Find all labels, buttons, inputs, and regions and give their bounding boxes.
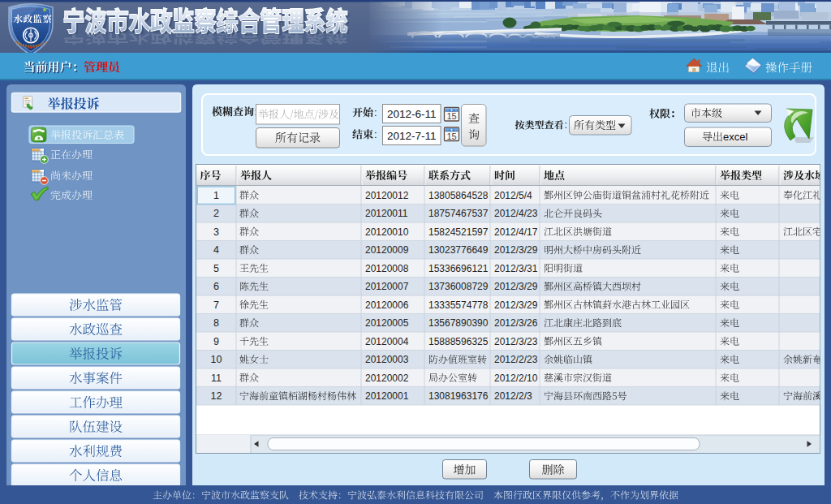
- svg-text:2012/2/3: 2012/2/3: [494, 390, 532, 402]
- svg-text:2012/3/26: 2012/3/26: [494, 317, 538, 329]
- svg-text:12: 12: [211, 390, 222, 402]
- svg-text:6: 6: [213, 281, 219, 292]
- svg-text:2012-7-11: 2012-7-11: [387, 130, 437, 142]
- svg-text:20120007: 20120007: [365, 281, 409, 292]
- svg-text:15336696121: 15336696121: [428, 263, 489, 274]
- svg-text:1: 1: [213, 190, 219, 201]
- svg-text:13081963176: 13081963176: [428, 390, 489, 402]
- svg-text:20120012: 20120012: [365, 190, 409, 201]
- svg-text:20120008: 20120008: [365, 263, 409, 274]
- svg-text:2012-6-11: 2012-6-11: [387, 108, 437, 120]
- svg-text:2012/4/17: 2012/4/17: [494, 226, 538, 238]
- svg-text:3: 3: [213, 226, 219, 238]
- svg-text:20120004: 20120004: [365, 336, 409, 347]
- svg-text:2012/2/23: 2012/2/23: [494, 354, 538, 365]
- svg-text:18757467537: 18757467537: [428, 208, 489, 219]
- svg-text:7: 7: [213, 299, 219, 311]
- svg-text:20120001: 20120001: [365, 390, 409, 402]
- svg-text:4: 4: [213, 244, 219, 256]
- svg-text:20120002: 20120002: [365, 373, 409, 384]
- svg-text:excel: excel: [723, 131, 747, 143]
- svg-text:13805864528: 13805864528: [428, 190, 489, 201]
- svg-text:20120009: 20120009: [365, 244, 409, 256]
- svg-text:2012/2/10: 2012/2/10: [494, 373, 538, 384]
- svg-text::: :: [374, 128, 377, 140]
- svg-text:9: 9: [213, 336, 219, 347]
- svg-text:13335574778: 13335574778: [428, 299, 489, 311]
- svg-text:15: 15: [446, 111, 456, 121]
- svg-text:2012/3/29: 2012/3/29: [494, 244, 538, 256]
- svg-text:20120010: 20120010: [365, 226, 409, 238]
- svg-text:13567890390: 13567890390: [428, 317, 489, 329]
- svg-text:2012/3/31: 2012/3/31: [494, 263, 538, 274]
- svg-text:20120006: 20120006: [365, 299, 409, 311]
- svg-text:20120003: 20120003: [365, 354, 409, 365]
- svg-text:15: 15: [446, 131, 456, 141]
- svg-text:2012/4/23: 2012/4/23: [494, 208, 538, 219]
- svg-text:13736008729: 13736008729: [428, 281, 489, 292]
- svg-text:20120011: 20120011: [365, 208, 408, 219]
- svg-text::: :: [374, 106, 377, 118]
- svg-text:10: 10: [211, 354, 222, 365]
- svg-text:2012/3/23: 2012/3/23: [494, 336, 538, 347]
- svg-text:13023776649: 13023776649: [428, 244, 489, 256]
- svg-text:11: 11: [211, 373, 222, 384]
- svg-text:2: 2: [213, 208, 219, 219]
- svg-text:2012/3/29: 2012/3/29: [494, 299, 538, 311]
- svg-text::: :: [565, 119, 567, 131]
- svg-text:8: 8: [213, 317, 219, 329]
- svg-text:15888596325: 15888596325: [428, 336, 489, 347]
- svg-text:20120005: 20120005: [365, 317, 409, 329]
- svg-text:15824521597: 15824521597: [428, 226, 489, 238]
- svg-text:5: 5: [213, 263, 219, 274]
- svg-text:2012/5/4: 2012/5/4: [494, 190, 532, 201]
- svg-text:2012/3/29: 2012/3/29: [494, 281, 538, 292]
